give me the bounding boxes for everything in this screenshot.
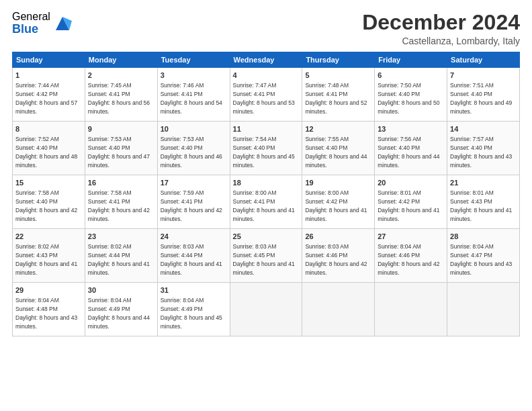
day-number: 11: [233, 124, 300, 134]
top-section: General Blue December 2024 Castellanza, …: [12, 11, 520, 46]
header-thursday: Thursday: [302, 52, 375, 68]
day-info: Sunrise: 8:03 AMSunset: 4:44 PMDaylight:…: [161, 243, 222, 276]
header-wednesday: Wednesday: [230, 52, 302, 68]
day-info: Sunrise: 8:04 AMSunset: 4:47 PMDaylight:…: [450, 243, 512, 276]
table-row: 1Sunrise: 7:44 AMSunset: 4:42 PMDaylight…: [13, 68, 85, 122]
day-info: Sunrise: 7:59 AMSunset: 4:41 PMDaylight:…: [161, 189, 222, 222]
main-title: December 2024: [362, 11, 520, 34]
day-number: 7: [450, 71, 517, 81]
table-row: 31Sunrise: 8:04 AMSunset: 4:49 PMDayligh…: [157, 283, 230, 336]
day-info: Sunrise: 7:51 AMSunset: 4:40 PMDaylight:…: [450, 82, 512, 115]
day-number: 2: [88, 71, 154, 81]
day-number: 31: [161, 285, 227, 295]
table-row: 24Sunrise: 8:03 AMSunset: 4:44 PMDayligh…: [157, 229, 230, 283]
day-info: Sunrise: 8:02 AMSunset: 4:43 PMDaylight:…: [15, 243, 77, 276]
day-number: 18: [233, 178, 300, 188]
table-row: 10Sunrise: 7:53 AMSunset: 4:40 PMDayligh…: [157, 122, 230, 175]
day-info: Sunrise: 7:58 AMSunset: 4:40 PMDaylight:…: [15, 189, 77, 222]
table-row: 20Sunrise: 8:01 AMSunset: 4:42 PMDayligh…: [375, 175, 447, 229]
week-row-1: 8Sunrise: 7:52 AMSunset: 4:40 PMDaylight…: [13, 122, 520, 175]
day-number: 12: [305, 124, 371, 134]
day-info: Sunrise: 8:04 AMSunset: 4:49 PMDaylight:…: [88, 297, 150, 330]
table-row: 15Sunrise: 7:58 AMSunset: 4:40 PMDayligh…: [13, 175, 85, 229]
day-number: 30: [88, 285, 154, 295]
logo-blue: Blue: [12, 23, 50, 36]
day-number: 23: [88, 232, 154, 242]
table-row: 9Sunrise: 7:53 AMSunset: 4:40 PMDaylight…: [85, 122, 157, 175]
day-info: Sunrise: 7:45 AMSunset: 4:41 PMDaylight:…: [88, 82, 150, 115]
table-row: [230, 283, 302, 336]
day-number: 19: [305, 178, 371, 188]
day-info: Sunrise: 7:47 AMSunset: 4:41 PMDaylight:…: [233, 82, 295, 115]
table-row: 6Sunrise: 7:50 AMSunset: 4:40 PMDaylight…: [375, 68, 447, 122]
day-info: Sunrise: 7:57 AMSunset: 4:40 PMDaylight:…: [450, 136, 512, 169]
day-info: Sunrise: 8:01 AMSunset: 4:43 PMDaylight:…: [450, 189, 512, 222]
table-row: 2Sunrise: 7:45 AMSunset: 4:41 PMDaylight…: [85, 68, 157, 122]
header-row: Sunday Monday Tuesday Wednesday Thursday…: [13, 52, 520, 68]
day-number: 28: [450, 232, 517, 242]
day-info: Sunrise: 8:04 AMSunset: 4:49 PMDaylight:…: [161, 297, 222, 330]
day-info: Sunrise: 8:03 AMSunset: 4:45 PMDaylight:…: [233, 243, 295, 276]
day-number: 25: [233, 232, 300, 242]
table-row: 23Sunrise: 8:02 AMSunset: 4:44 PMDayligh…: [85, 229, 157, 283]
day-number: 13: [378, 124, 444, 134]
day-number: 14: [450, 124, 517, 134]
table-row: [302, 283, 375, 336]
day-number: 6: [378, 71, 444, 81]
header-friday: Friday: [375, 52, 447, 68]
day-number: 3: [161, 71, 227, 81]
day-info: Sunrise: 7:56 AMSunset: 4:40 PMDaylight:…: [378, 136, 439, 169]
table-row: 28Sunrise: 8:04 AMSunset: 4:47 PMDayligh…: [447, 229, 520, 283]
day-info: Sunrise: 7:44 AMSunset: 4:42 PMDaylight:…: [15, 82, 77, 115]
day-info: Sunrise: 8:00 AMSunset: 4:42 PMDaylight:…: [305, 189, 367, 222]
table-row: 27Sunrise: 8:04 AMSunset: 4:46 PMDayligh…: [375, 229, 447, 283]
table-row: 13Sunrise: 7:56 AMSunset: 4:40 PMDayligh…: [375, 122, 447, 175]
table-row: 21Sunrise: 8:01 AMSunset: 4:43 PMDayligh…: [447, 175, 520, 229]
table-row: 8Sunrise: 7:52 AMSunset: 4:40 PMDaylight…: [13, 122, 85, 175]
day-info: Sunrise: 8:04 AMSunset: 4:48 PMDaylight:…: [15, 297, 77, 330]
table-row: 17Sunrise: 7:59 AMSunset: 4:41 PMDayligh…: [157, 175, 230, 229]
day-number: 8: [15, 124, 82, 134]
table-row: 5Sunrise: 7:48 AMSunset: 4:41 PMDaylight…: [302, 68, 375, 122]
table-row: 19Sunrise: 8:00 AMSunset: 4:42 PMDayligh…: [302, 175, 375, 229]
logo-icon: [53, 14, 72, 33]
table-row: 22Sunrise: 8:02 AMSunset: 4:43 PMDayligh…: [13, 229, 85, 283]
day-info: Sunrise: 8:03 AMSunset: 4:46 PMDaylight:…: [305, 243, 367, 276]
day-number: 5: [305, 71, 371, 81]
table-row: 25Sunrise: 8:03 AMSunset: 4:45 PMDayligh…: [230, 229, 302, 283]
title-area: December 2024 Castellanza, Lombardy, Ita…: [362, 11, 520, 46]
table-row: 14Sunrise: 7:57 AMSunset: 4:40 PMDayligh…: [447, 122, 520, 175]
week-row-2: 15Sunrise: 7:58 AMSunset: 4:40 PMDayligh…: [13, 175, 520, 229]
table-row: 29Sunrise: 8:04 AMSunset: 4:48 PMDayligh…: [13, 283, 85, 336]
day-number: 29: [15, 285, 82, 295]
header-sunday: Sunday: [13, 52, 85, 68]
table-row: 12Sunrise: 7:55 AMSunset: 4:40 PMDayligh…: [302, 122, 375, 175]
day-info: Sunrise: 7:50 AMSunset: 4:40 PMDaylight:…: [378, 82, 439, 115]
day-info: Sunrise: 8:02 AMSunset: 4:44 PMDaylight:…: [88, 243, 150, 276]
day-number: 21: [450, 178, 517, 188]
table-row: [447, 283, 520, 336]
day-number: 26: [305, 232, 371, 242]
day-info: Sunrise: 7:53 AMSunset: 4:40 PMDaylight:…: [161, 136, 222, 169]
day-info: Sunrise: 7:46 AMSunset: 4:41 PMDaylight:…: [161, 82, 222, 115]
table-row: 7Sunrise: 7:51 AMSunset: 4:40 PMDaylight…: [447, 68, 520, 122]
day-number: 27: [378, 232, 444, 242]
day-number: 16: [88, 178, 154, 188]
subtitle: Castellanza, Lombardy, Italy: [362, 36, 520, 46]
day-info: Sunrise: 8:00 AMSunset: 4:41 PMDaylight:…: [233, 189, 295, 222]
logo-area: General Blue: [12, 11, 72, 36]
day-number: 10: [161, 124, 227, 134]
day-number: 9: [88, 124, 154, 134]
table-row: 16Sunrise: 7:58 AMSunset: 4:41 PMDayligh…: [85, 175, 157, 229]
table-row: 11Sunrise: 7:54 AMSunset: 4:40 PMDayligh…: [230, 122, 302, 175]
day-info: Sunrise: 7:54 AMSunset: 4:40 PMDaylight:…: [233, 136, 295, 169]
table-row: 26Sunrise: 8:03 AMSunset: 4:46 PMDayligh…: [302, 229, 375, 283]
table-row: 18Sunrise: 8:00 AMSunset: 4:41 PMDayligh…: [230, 175, 302, 229]
table-row: 30Sunrise: 8:04 AMSunset: 4:49 PMDayligh…: [85, 283, 157, 336]
table-row: 4Sunrise: 7:47 AMSunset: 4:41 PMDaylight…: [230, 68, 302, 122]
logo-text: General Blue: [12, 11, 50, 36]
header-tuesday: Tuesday: [157, 52, 230, 68]
header-saturday: Saturday: [447, 52, 520, 68]
day-number: 24: [161, 232, 227, 242]
day-number: 1: [15, 71, 82, 81]
